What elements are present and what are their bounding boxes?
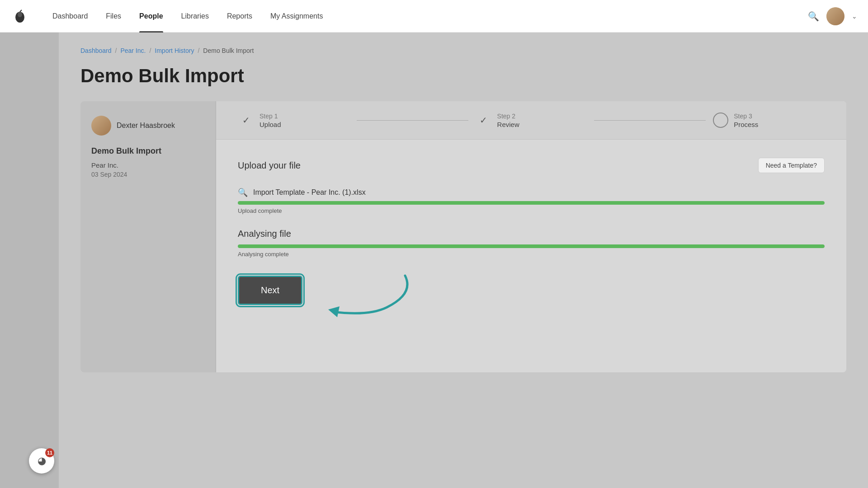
nav-link-files[interactable]: Files	[97, 0, 130, 33]
chevron-down-icon[interactable]: ⌄	[852, 13, 857, 20]
upload-progress-fill	[238, 201, 825, 205]
nav-link-assignments[interactable]: My Assignments	[261, 0, 332, 33]
step-2-name: Review	[497, 121, 519, 128]
user-info: Dexter Haasbroek	[91, 116, 205, 136]
step-1-icon: ✓	[238, 112, 254, 128]
nav-link-reports[interactable]: Reports	[218, 0, 261, 33]
user-avatar	[91, 116, 111, 136]
analysing-progress-bar	[238, 244, 825, 248]
notification-badge: 11	[45, 448, 54, 457]
template-button[interactable]: Need a Template?	[758, 158, 825, 173]
section-title: Upload your file	[238, 160, 301, 171]
upload-status: Upload complete	[238, 207, 825, 214]
step-1-info: Step 1 Upload	[259, 113, 281, 128]
step-1: ✓ Step 1 Upload	[238, 112, 349, 128]
nav-right: 🔍 ⌄	[808, 7, 857, 25]
section-header: Upload your file Need a Template?	[238, 158, 825, 173]
analysing-section: Analysing file Analysing complete	[238, 229, 825, 258]
step-connector-1	[357, 120, 468, 121]
analysing-title: Analysing file	[238, 229, 825, 239]
file-upload-section: 🔍 Import Template - Pear Inc. (1).xlsx U…	[238, 188, 825, 214]
notification-button[interactable]: ◕ 11	[29, 448, 54, 474]
navigation: Dashboard Files People Libraries Reports…	[0, 0, 868, 33]
page-title: Demo Bulk Import	[80, 65, 846, 87]
nav-link-dashboard[interactable]: Dashboard	[43, 0, 97, 33]
step-3: Step 3 Process	[713, 113, 825, 128]
nav-links: Dashboard Files People Libraries Reports…	[43, 0, 808, 33]
breadcrumb-current: Demo Bulk Import	[203, 47, 254, 54]
breadcrumb-sep-3: /	[198, 47, 199, 54]
right-panel: ✓ Step 1 Upload ✓ Step 2 Review	[216, 101, 846, 372]
analysing-status: Analysing complete	[238, 251, 825, 258]
breadcrumb-import-history[interactable]: Import History	[155, 47, 194, 54]
breadcrumb-sep-2: /	[149, 47, 151, 54]
left-sidebar	[0, 33, 59, 488]
step-3-label: Step 3	[734, 113, 758, 120]
file-search-icon: 🔍	[238, 188, 248, 197]
step-2-icon: ✓	[476, 112, 492, 128]
avatar[interactable]	[826, 7, 844, 25]
search-icon[interactable]: 🔍	[808, 11, 819, 22]
analysing-progress-fill	[238, 244, 825, 248]
step-3-name: Process	[734, 121, 758, 128]
main-wrapper: Dashboard / Pear Inc. / Import History /…	[0, 33, 868, 488]
import-title-label: Demo Bulk Import	[91, 146, 205, 156]
nav-link-libraries[interactable]: Libraries	[172, 0, 218, 33]
step-2-label: Step 2	[497, 113, 519, 120]
svg-point-1	[18, 12, 22, 17]
step-3-info: Step 3 Process	[734, 113, 758, 128]
breadcrumb: Dashboard / Pear Inc. / Import History /…	[80, 47, 846, 54]
step-2: ✓ Step 2 Review	[476, 112, 587, 128]
file-row: 🔍 Import Template - Pear Inc. (1).xlsx	[238, 188, 825, 197]
breadcrumb-sep-1: /	[115, 47, 117, 54]
next-button[interactable]: Next	[238, 276, 302, 305]
next-btn-area: Next	[238, 276, 825, 305]
svg-marker-3	[328, 306, 340, 317]
form-area: Upload your file Need a Template? 🔍 Impo…	[216, 140, 846, 372]
arrow-annotation	[297, 267, 423, 332]
svg-line-2	[20, 10, 22, 12]
notification-icon: ◕	[38, 455, 46, 467]
breadcrumb-dashboard[interactable]: Dashboard	[80, 47, 112, 54]
left-panel: Dexter Haasbroek Demo Bulk Import Pear I…	[80, 101, 216, 372]
step-1-name: Upload	[259, 121, 281, 128]
file-name: Import Template - Pear Inc. (1).xlsx	[253, 188, 366, 197]
company-name: Pear Inc.	[91, 161, 205, 169]
step-2-info: Step 2 Review	[497, 113, 519, 128]
step-1-label: Step 1	[259, 113, 281, 120]
import-date: 03 Sep 2024	[91, 171, 205, 178]
upload-progress-bar	[238, 201, 825, 205]
page-content: Dashboard / Pear Inc. / Import History /…	[59, 33, 868, 488]
stepper: ✓ Step 1 Upload ✓ Step 2 Review	[216, 101, 846, 140]
nav-link-people[interactable]: People	[130, 0, 172, 33]
step-connector-2	[594, 120, 706, 121]
user-name: Dexter Haasbroek	[117, 122, 175, 130]
content-layout: Dexter Haasbroek Demo Bulk Import Pear I…	[80, 101, 846, 372]
app-logo[interactable]	[11, 7, 29, 25]
breadcrumb-pear[interactable]: Pear Inc.	[120, 47, 146, 54]
step-3-icon	[713, 113, 728, 128]
